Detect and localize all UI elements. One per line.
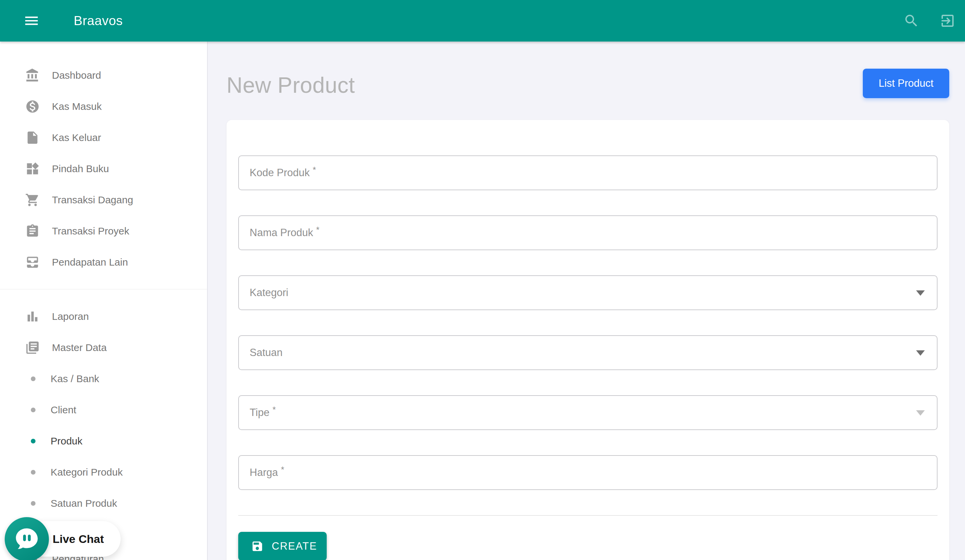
- hamburger-menu-button[interactable]: [21, 11, 41, 31]
- sidebar-item-kas-keluar[interactable]: Kas Keluar: [0, 122, 207, 153]
- harga-input[interactable]: Harga*: [238, 455, 937, 490]
- bullet-icon: [31, 377, 36, 381]
- sidebar-subitem-label: Kategori Produk: [51, 467, 123, 478]
- bar-chart-icon: [25, 309, 40, 324]
- sidebar-item-label: Dashboard: [52, 70, 101, 81]
- sidebar-subitem-produk[interactable]: Produk: [0, 425, 207, 457]
- sidebar-item-label: Transaksi Proyek: [52, 225, 129, 237]
- live-chat-circle: [5, 517, 49, 560]
- sidebar-subitem-client[interactable]: Client: [0, 394, 207, 425]
- file-icon: [25, 130, 40, 145]
- live-chat-label: Live Chat: [52, 532, 104, 545]
- sidebar-subitem-label: Kas / Bank: [51, 373, 99, 384]
- page-title: New Product: [227, 72, 355, 98]
- field-label: Nama Produk: [250, 227, 313, 239]
- sidebar-item-label: Laporan: [52, 311, 89, 322]
- cart-icon: [25, 193, 40, 207]
- sidebar-item-transaksi-proyek[interactable]: Transaksi Proyek: [0, 216, 207, 247]
- new-product-form-card: Kode Produk*Nama Produk*KategoriSatuanTi…: [227, 120, 949, 560]
- sidebar-item-label: Pindah Buku: [52, 163, 109, 175]
- sidebar-subitem-label: Client: [51, 404, 77, 416]
- form-fields: Kode Produk*Nama Produk*KategoriSatuanTi…: [238, 155, 937, 490]
- required-asterisk: *: [312, 165, 316, 175]
- sidebar-subitem-kas-bank[interactable]: Kas / Bank: [0, 363, 207, 394]
- sidebar-item-dashboard[interactable]: Dashboard: [0, 60, 207, 91]
- sidebar-divider: [0, 289, 207, 289]
- sidebar-item-label: Transaksi Dagang: [52, 194, 133, 206]
- create-button-label: CREATE: [272, 540, 317, 552]
- sidebar-item-label: Kas Keluar: [52, 132, 101, 143]
- menu-icon: [23, 12, 40, 29]
- sidebar-item-label: Pendapatan Lain: [52, 256, 128, 268]
- logout-icon[interactable]: [939, 12, 956, 29]
- main-content: New Product List Product Kode Produk*Nam…: [208, 41, 965, 560]
- sidebar-subitem-label: Satuan Produk: [51, 498, 117, 509]
- required-asterisk: *: [316, 225, 320, 235]
- live-chat-button[interactable]: Live Chat: [5, 517, 49, 560]
- sidebar-subitem-label: Produk: [51, 436, 82, 447]
- sidebar-item-kas-masuk[interactable]: Kas Masuk: [0, 91, 207, 122]
- dropdown-caret-icon: [916, 410, 925, 416]
- sidebar-nav: DashboardKas MasukKas KeluarPindah BukuT…: [0, 60, 207, 560]
- bullet-icon: [31, 439, 36, 443]
- sidebar-item-label: Master Data: [52, 342, 106, 353]
- field-label: Harga: [250, 467, 278, 478]
- bullet-icon: [31, 470, 36, 475]
- sidebar-subitem-kategori-produk[interactable]: Kategori Produk: [0, 457, 207, 488]
- sidebar-item-laporan[interactable]: Laporan: [0, 301, 207, 332]
- satuan-select[interactable]: Satuan: [238, 335, 937, 370]
- clipboard-icon: [25, 224, 40, 238]
- inbox-icon: [25, 255, 40, 269]
- bullet-icon: [31, 408, 36, 412]
- sidebar-item-pindah-buku[interactable]: Pindah Buku: [0, 153, 207, 184]
- money-circle-icon: [25, 99, 40, 114]
- widgets-icon: [25, 162, 40, 176]
- sidebar-subitem-satuan-produk[interactable]: Satuan Produk: [0, 488, 207, 519]
- bank-icon: [25, 68, 40, 83]
- list-product-button[interactable]: List Product: [863, 69, 949, 98]
- kategori-select[interactable]: Kategori: [238, 275, 937, 310]
- form-divider: [238, 515, 937, 516]
- sidebar-item-transaksi-dagang[interactable]: Transaksi Dagang: [0, 184, 207, 216]
- app-title: Braavos: [74, 13, 123, 28]
- tipe-select[interactable]: Tipe*: [238, 395, 937, 430]
- sidebar: DashboardKas MasukKas KeluarPindah BukuT…: [0, 41, 208, 560]
- required-asterisk: *: [281, 465, 284, 475]
- field-label: Kategori: [250, 287, 288, 299]
- dropdown-caret-icon: [916, 291, 925, 296]
- save-icon: [251, 540, 264, 553]
- field-label: Satuan: [250, 347, 283, 359]
- search-icon[interactable]: [903, 12, 920, 29]
- required-asterisk: *: [272, 405, 276, 415]
- sidebar-item-master-data[interactable]: Master Data: [0, 332, 207, 363]
- field-label: Tipe: [250, 407, 270, 419]
- field-label: Kode Produk: [250, 167, 309, 179]
- dropdown-caret-icon: [916, 350, 925, 356]
- sidebar-item-label: Kas Masuk: [52, 101, 101, 112]
- app-header: Braavos: [0, 0, 965, 41]
- kode-produk-input[interactable]: Kode Produk*: [238, 155, 937, 190]
- create-button[interactable]: CREATE: [238, 532, 327, 560]
- nama-produk-input[interactable]: Nama Produk*: [238, 216, 937, 250]
- chat-bubble-icon: [14, 526, 40, 552]
- bullet-icon: [31, 501, 36, 506]
- sidebar-item-pendapatan-lain[interactable]: Pendapatan Lain: [0, 247, 207, 278]
- library-icon: [25, 340, 40, 355]
